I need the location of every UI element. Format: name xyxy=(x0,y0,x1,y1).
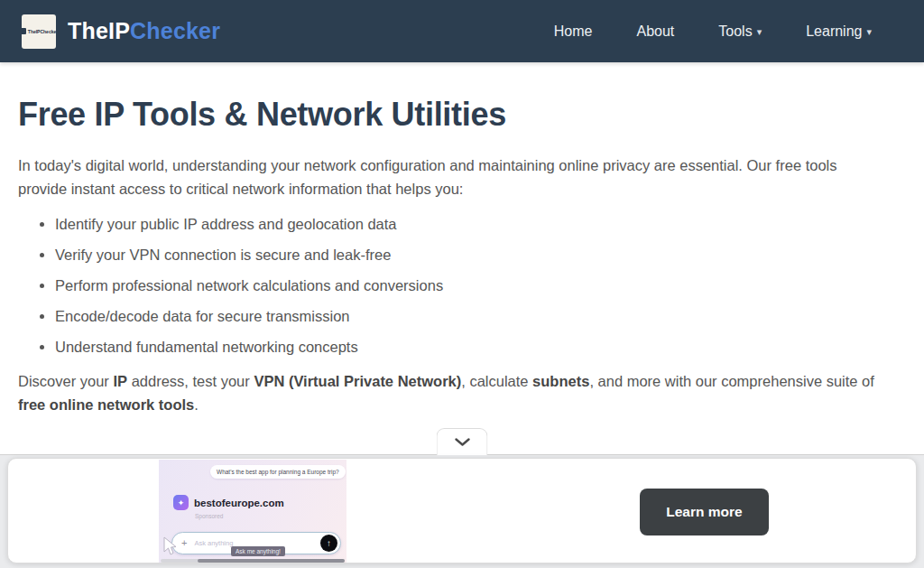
send-button[interactable]: ↑ xyxy=(320,535,337,552)
brand-suffix: Checker xyxy=(130,18,220,43)
learn-more-button[interactable]: Learn more xyxy=(640,489,769,535)
ad-site-row: ✦ bestofeurope.com xyxy=(173,495,284,510)
ad-tooltip: Ask me anything! xyxy=(231,546,285,556)
ad-creative-image[interactable]: What's the best app for planning a Europ… xyxy=(159,460,346,563)
brand-title: TheIPChecker xyxy=(68,18,220,44)
caret-down-icon: ▾ xyxy=(757,25,762,37)
nav-item-tools-label: Tools xyxy=(718,23,752,40)
nav-item-learning-label: Learning xyxy=(806,23,862,40)
nav-links: Home About Tools▾ Learning▾ xyxy=(554,23,902,40)
ad-site-subtext: Sponsored xyxy=(195,513,223,519)
list-item: Perform professional network calculation… xyxy=(55,276,906,295)
brand-prefix: TheIP xyxy=(68,18,130,43)
nav-item-home[interactable]: Home xyxy=(554,23,593,40)
hero-section: Free IP Tools & Network Utilities In tod… xyxy=(0,96,924,416)
top-navbar: TheIPChecker TheIPChecker Home About Too… xyxy=(0,0,924,62)
arrow-up-icon: ↑ xyxy=(327,539,331,548)
ad-collapse-button[interactable] xyxy=(437,428,488,455)
logo-mark-icon xyxy=(22,28,26,34)
outro-bold-ip: IP xyxy=(113,373,127,389)
outro-text: , calculate xyxy=(461,373,532,389)
outro-paragraph: Discover your IP address, test your VPN … xyxy=(18,369,902,416)
outro-bold-subnets: subnets xyxy=(532,373,589,389)
outro-bold-tools: free online network tools xyxy=(18,396,194,413)
ad-banner[interactable]: What's the best app for planning a Europ… xyxy=(7,458,917,563)
site-logo-image: TheIPChecker xyxy=(22,14,56,49)
list-item: Encode/decode data for secure transmissi… xyxy=(55,307,906,326)
ad-scrollbar[interactable] xyxy=(161,559,345,563)
ad-anchor-bar: What's the best app for planning a Europ… xyxy=(0,454,924,568)
list-item: Verify your VPN connection is secure and… xyxy=(55,246,906,265)
caret-down-icon: ▾ xyxy=(866,25,872,37)
outro-bold-vpn: VPN (Virtual Private Network) xyxy=(254,373,461,389)
nav-item-home-label: Home xyxy=(554,23,593,40)
chevron-down-icon xyxy=(454,438,470,446)
intro-paragraph: In today's digital world, understanding … xyxy=(18,154,889,200)
outro-text: . xyxy=(194,396,199,413)
benefits-list: Identify your public IP address and geol… xyxy=(18,215,906,357)
cursor-pointer-icon xyxy=(162,535,178,557)
ad-site-name: bestofeurope.com xyxy=(194,498,284,508)
outro-text: address, test your xyxy=(127,373,254,389)
list-item: Identify your public IP address and geol… xyxy=(55,215,906,234)
nav-item-learning[interactable]: Learning▾ xyxy=(806,23,872,40)
logo-mini-text: TheIPChecker xyxy=(28,29,56,34)
ad-chat-bubble: What's the best app for planning a Europ… xyxy=(210,465,346,479)
outro-text: Discover your xyxy=(18,373,113,389)
plus-icon: + xyxy=(181,538,187,548)
list-item: Understand fundamental networking concep… xyxy=(55,338,906,357)
sparkle-icon: ✦ xyxy=(178,498,185,507)
outro-text: , and more with our comprehensive suite … xyxy=(589,373,874,389)
nav-item-tools[interactable]: Tools▾ xyxy=(718,23,762,40)
ad-input-placeholder: Ask anything xyxy=(194,539,233,547)
brand-home-link[interactable]: TheIPChecker TheIPChecker xyxy=(22,14,220,49)
ad-site-logo-icon: ✦ xyxy=(173,495,189,510)
nav-item-about-label: About xyxy=(636,23,674,40)
page-title: Free IP Tools & Network Utilities xyxy=(18,96,906,134)
ad-scrollbar-thumb[interactable] xyxy=(198,559,345,563)
nav-item-about[interactable]: About xyxy=(636,23,674,40)
